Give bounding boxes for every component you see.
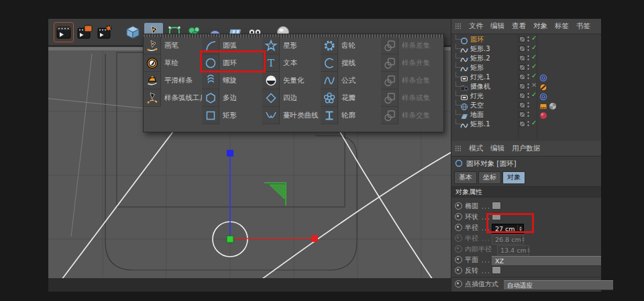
menu-object_manager-4[interactable]: 标签 — [555, 22, 569, 31]
visibility-dots[interactable] — [527, 64, 529, 71]
visibility-dots[interactable] — [527, 73, 529, 80]
enable-check-icon[interactable]: ✓ — [531, 119, 537, 126]
menu-item-helix[interactable]: 螺旋 — [202, 72, 262, 89]
object-row-地面[interactable]: 地面 — [451, 110, 601, 119]
move-center-handle[interactable] — [227, 236, 233, 243]
render-picture-viewer-button[interactable] — [75, 23, 94, 42]
visibility-dots[interactable] — [527, 120, 529, 127]
menu-item-profile[interactable]: 轮廓 — [321, 107, 381, 124]
tab-基本[interactable]: 基本 — [454, 171, 477, 184]
visibility-dots[interactable] — [527, 54, 529, 61]
visibility-dots[interactable] — [527, 36, 529, 42]
menu-item-tool-spline-arc[interactable]: 样条弧线工具 — [144, 89, 202, 107]
object-row-圆环[interactable]: 圆环✓ — [451, 34, 601, 44]
enable-check-icon[interactable]: ✓ — [531, 44, 537, 51]
object-name[interactable]: 圆环 — [470, 35, 484, 44]
object-name[interactable]: 天空 — [470, 101, 484, 110]
menu-item-arc[interactable]: 圆弧 — [202, 37, 262, 54]
enable-check-icon[interactable]: ✓ — [531, 91, 537, 98]
menu-item-text[interactable]: T文本 — [262, 54, 321, 72]
环状-checkbox[interactable] — [492, 212, 501, 220]
object-name[interactable]: 地面 — [470, 110, 484, 120]
menu-item-cycloid[interactable]: 摆线 — [321, 54, 381, 72]
render-view-button[interactable] — [54, 22, 74, 42]
object-row-矩形.2[interactable]: 矩形.2✓ — [451, 53, 601, 62]
key-radio-icon[interactable] — [455, 213, 462, 220]
layer-color-box[interactable] — [519, 83, 525, 89]
enable-check-icon[interactable]: ✓ — [531, 62, 537, 70]
key-radio-icon[interactable] — [455, 234, 462, 242]
x-axis-handle[interactable] — [311, 235, 318, 242]
enable-check-icon[interactable]: ✓ — [531, 53, 537, 60]
enable-check-icon[interactable]: ✓ — [531, 72, 537, 79]
layer-color-box[interactable] — [519, 121, 525, 127]
menu-attribute_manager-0[interactable]: 模式 — [469, 144, 483, 153]
layer-color-box[interactable] — [519, 46, 525, 52]
render-settings-button[interactable] — [95, 23, 114, 42]
menu-item-tool-smooth[interactable]: 平滑样条 — [144, 72, 202, 89]
object-row-天空[interactable]: 天空 — [451, 100, 601, 110]
key-radio-icon[interactable] — [455, 256, 462, 263]
menu-object_manager-2[interactable]: 查看 — [512, 22, 526, 31]
object-name[interactable]: 矩形 — [470, 63, 484, 73]
menu-item-rectangle[interactable]: 矩形 — [202, 107, 262, 124]
visibility-dots[interactable] — [527, 45, 529, 52]
visibility-dots[interactable] — [527, 83, 529, 89]
object-row-矩形.1[interactable]: 矩形.1✓ — [451, 119, 601, 128]
object-name[interactable]: 矩形.3 — [470, 44, 490, 54]
enable-check-icon[interactable]: ✓ — [531, 34, 537, 42]
menu-object_manager-3[interactable]: 对象 — [533, 22, 547, 31]
tab-坐标[interactable]: 坐标 — [478, 171, 501, 184]
y-axis-handle[interactable] — [227, 150, 233, 157]
menu-item-tool-pen[interactable]: 画笔 — [144, 37, 202, 54]
visibility-dots[interactable] — [527, 111, 529, 118]
反转-checkbox[interactable] — [492, 266, 501, 274]
menu-item-cissoid[interactable]: 蔓叶类曲线 — [262, 107, 321, 124]
object-name[interactable]: 灯光.1 — [470, 73, 490, 82]
layer-color-box[interactable] — [519, 93, 525, 99]
menu-item-ngon[interactable]: 多边 — [202, 89, 262, 107]
menu-item-formula[interactable]: 公式 — [321, 72, 381, 89]
menu-item-gear[interactable]: 齿轮 — [321, 37, 381, 54]
layer-color-box[interactable] — [519, 102, 525, 108]
menu-item-vectorizer[interactable]: 矢量化 — [262, 72, 321, 89]
visibility-dots[interactable] — [527, 92, 529, 99]
key-radio-icon[interactable] — [455, 280, 462, 288]
tab-对象[interactable]: 对象 — [502, 171, 525, 184]
key-radio-icon[interactable] — [455, 245, 462, 253]
object-name[interactable]: 矩形.2 — [470, 54, 490, 63]
key-radio-icon[interactable] — [455, 202, 462, 210]
menu-item-foursided[interactable]: 四边 — [262, 89, 321, 107]
object-name[interactable]: 摄像机 — [470, 82, 490, 91]
layer-color-box[interactable] — [519, 112, 525, 118]
menu-item-flower[interactable]: 花瓣 — [321, 89, 381, 107]
menu-object_manager-0[interactable]: 文件 — [469, 22, 483, 31]
menu-item-star[interactable]: 星形 — [262, 37, 321, 54]
object-row-矩形.3[interactable]: 矩形.3✓ — [451, 44, 601, 53]
panel-grip-icon[interactable] — [455, 145, 462, 152]
menu-item-circle[interactable]: 圆环 — [202, 54, 262, 72]
camera-toggle-icon[interactable]: ✕ — [531, 81, 537, 89]
key-radio-icon[interactable] — [455, 224, 462, 231]
menu-object_manager-5[interactable]: 书签 — [576, 22, 590, 31]
椭圆-checkbox[interactable] — [492, 202, 501, 210]
menu-item-tool-sketch[interactable]: 草绘 — [144, 54, 202, 72]
object-row-灯光[interactable]: 灯光✓ — [451, 91, 601, 100]
layer-color-box[interactable] — [519, 74, 525, 80]
点插值方式-dropdown[interactable]: 自动适应 — [504, 280, 613, 290]
object-name[interactable]: 灯光 — [470, 91, 484, 101]
menu-object_manager-1[interactable]: 编辑 — [490, 22, 504, 31]
object-row-灯光.1[interactable]: 灯光.1✓ — [451, 72, 601, 81]
visibility-dots[interactable] — [527, 101, 529, 108]
layer-color-box[interactable] — [519, 64, 525, 71]
object-name[interactable]: 矩形.1 — [470, 120, 490, 129]
panel-grip-icon[interactable] — [455, 23, 462, 30]
primitive-cube-button[interactable] — [123, 23, 142, 42]
menu-attribute_manager-2[interactable]: 用户数据 — [512, 144, 540, 153]
object-row-矩形[interactable]: 矩形✓ — [451, 62, 601, 72]
menu-attribute_manager-1[interactable]: 编辑 — [490, 144, 504, 153]
key-radio-icon[interactable] — [455, 267, 462, 274]
object-row-摄像机[interactable]: 摄像机✕ — [451, 81, 601, 91]
layer-color-box[interactable] — [519, 55, 525, 61]
layer-color-box[interactable] — [519, 36, 525, 42]
